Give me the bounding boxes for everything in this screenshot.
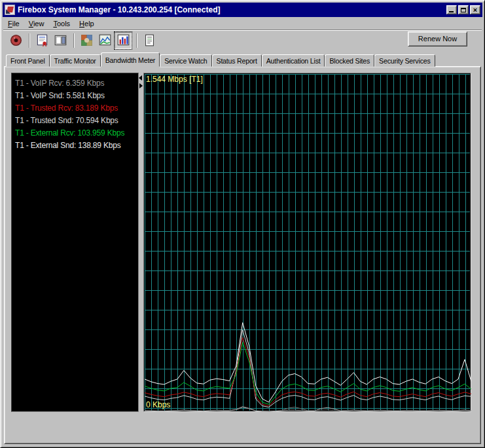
- tab-blocked-sites[interactable]: Blocked Sites: [325, 54, 374, 67]
- tab-strip: Front Panel Traffic Monitor Bandwidth Me…: [6, 52, 482, 67]
- legend-item-voip-rcv: T1 - VoIP Rcv: 6.359 Kbps: [15, 77, 135, 90]
- menu-file[interactable]: File: [3, 18, 24, 29]
- bandwidth-meter-icon[interactable]: [115, 32, 132, 49]
- toolbar-separator: [29, 33, 30, 48]
- status-report-icon[interactable]: [141, 32, 158, 49]
- panel-splitter[interactable]: [139, 73, 143, 412]
- menu-tools[interactable]: Tools: [48, 18, 75, 29]
- window-title: Firebox System Manager - 10.243.200.254 …: [18, 5, 445, 14]
- close-button[interactable]: ×: [470, 5, 480, 14]
- minimize-icon: [449, 11, 454, 12]
- toolbar-separator: [73, 33, 75, 48]
- tab-front-panel[interactable]: Front Panel: [6, 54, 50, 67]
- legend-item-external-snd: T1 - External Snd: 138.89 Kbps: [15, 140, 135, 152]
- legend-item-trusted-rcv: T1 - Trusted Rcv: 83.189 Kbps: [15, 102, 135, 115]
- bandwidth-graph: 1.544 Mbps [T1] 0 Kbps: [143, 73, 471, 412]
- front-panel-icon[interactable]: [52, 32, 69, 49]
- firebox-icon[interactable]: [7, 32, 24, 49]
- tab-status-report[interactable]: Status Report: [212, 54, 262, 67]
- legend-item-external-rcv: T1 - External Rcv: 103.959 Kbps: [15, 127, 135, 140]
- traffic-monitor-icon[interactable]: [78, 32, 95, 49]
- legend-item-voip-snd: T1 - VoIP Snd: 5.581 Kbps: [15, 90, 135, 102]
- graph-lines: [145, 74, 471, 412]
- splitter-collapse-left-icon: [139, 75, 142, 81]
- menu-help[interactable]: Help: [75, 18, 99, 29]
- close-icon: ×: [473, 7, 477, 14]
- graph-zero-scale-label: 0 Kbps: [146, 400, 170, 409]
- menu-bar: File View Tools Help: [3, 18, 482, 29]
- legend-item-trusted-snd: T1 - Trusted Snd: 70.594 Kbps: [15, 115, 135, 127]
- certificate-icon[interactable]: [33, 32, 50, 49]
- service-watch-icon[interactable]: [96, 32, 113, 49]
- firebox-app-icon[interactable]: [5, 5, 15, 15]
- series-trusted-rcv: [145, 337, 471, 405]
- splitter-collapse-right-icon: [139, 83, 143, 88]
- maximize-button[interactable]: [458, 5, 469, 14]
- maximize-icon: [461, 8, 466, 12]
- minimize-button[interactable]: [446, 5, 457, 14]
- tab-bandwidth-meter[interactable]: Bandwidth Meter: [101, 52, 160, 67]
- bandwidth-legend-panel: T1 - VoIP Rcv: 6.359 Kbps T1 - VoIP Snd:…: [11, 73, 139, 412]
- tab-service-watch[interactable]: Service Watch: [160, 54, 211, 67]
- tab-traffic-monitor[interactable]: Traffic Monitor: [50, 54, 101, 67]
- series-voip-snd: [145, 407, 471, 411]
- app-window: Firebox System Manager - 10.243.200.254 …: [0, 0, 485, 448]
- tab-authentication-list[interactable]: Authentication List: [262, 54, 325, 67]
- toolbar-separator: [136, 33, 137, 48]
- renew-now-button[interactable]: Renew Now: [408, 31, 467, 47]
- title-bar: Firebox System Manager - 10.243.200.254 …: [3, 3, 482, 17]
- tab-security-services[interactable]: Security Services: [374, 54, 435, 67]
- graph-max-scale-label: 1.544 Mbps [T1]: [146, 75, 203, 84]
- menu-view[interactable]: View: [24, 18, 49, 29]
